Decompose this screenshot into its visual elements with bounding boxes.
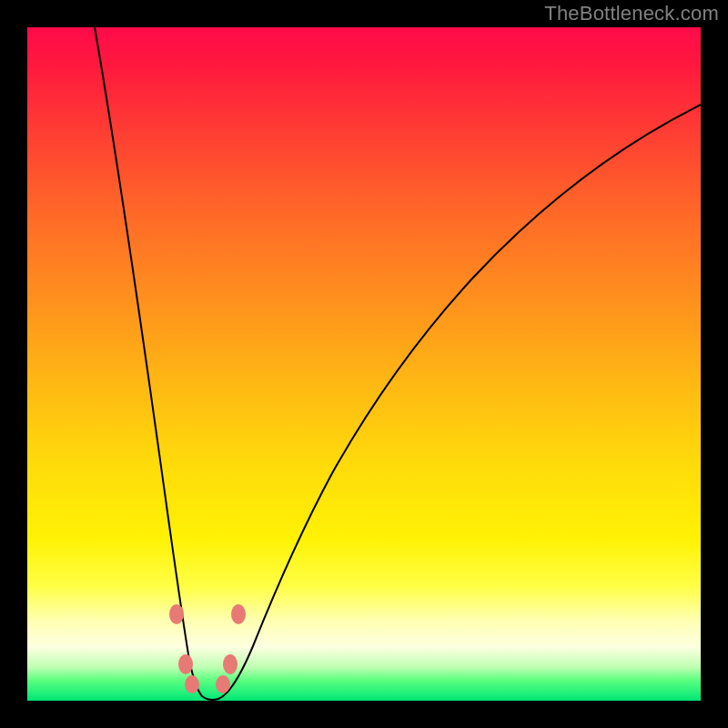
marker-dot [178,654,193,674]
watermark-text: TheBottleneck.com [544,2,719,25]
marker-group [169,604,246,693]
chart-frame: TheBottleneck.com [0,0,728,728]
bottleneck-curve-path [95,27,701,700]
marker-dot [223,654,238,674]
marker-dot [231,604,246,624]
marker-dot [169,604,184,624]
marker-dot [216,675,230,693]
marker-dot [185,675,199,693]
bottleneck-curve-svg [27,27,701,701]
